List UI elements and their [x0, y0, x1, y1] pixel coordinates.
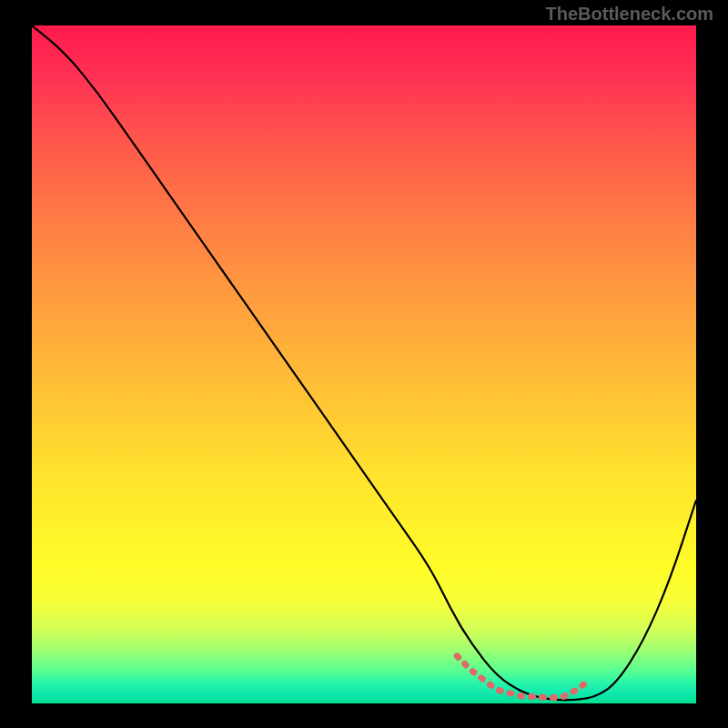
watermark-text: TheBottleneck.com [546, 4, 713, 25]
plot-area [32, 25, 696, 703]
chart-svg [32, 25, 696, 703]
bottleneck-curve [32, 25, 696, 700]
